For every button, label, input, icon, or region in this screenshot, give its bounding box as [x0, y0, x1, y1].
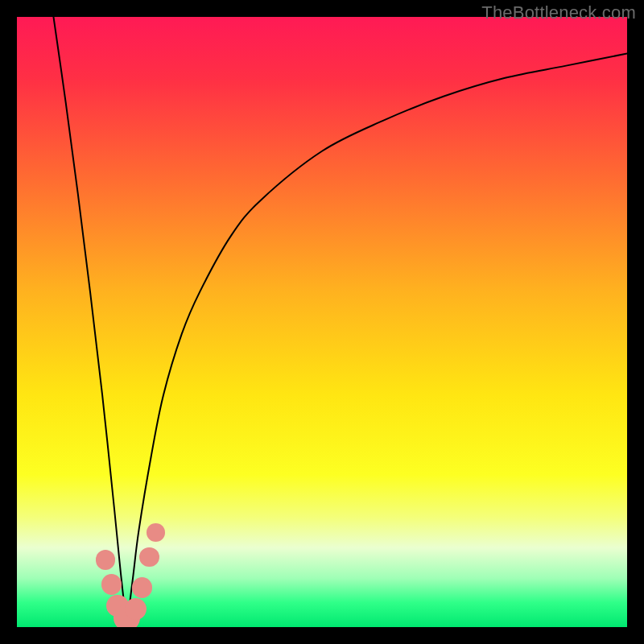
plot-area	[17, 17, 627, 627]
curve-marker	[96, 550, 115, 569]
curve-marker	[147, 523, 165, 542]
curve-marker	[101, 574, 122, 595]
curve-marker	[132, 577, 153, 598]
bottleneck-curve	[17, 17, 627, 627]
chart-frame: TheBottleneck.com	[0, 0, 644, 644]
curve-marker	[139, 547, 159, 567]
watermark-text: TheBottleneck.com	[481, 2, 636, 23]
